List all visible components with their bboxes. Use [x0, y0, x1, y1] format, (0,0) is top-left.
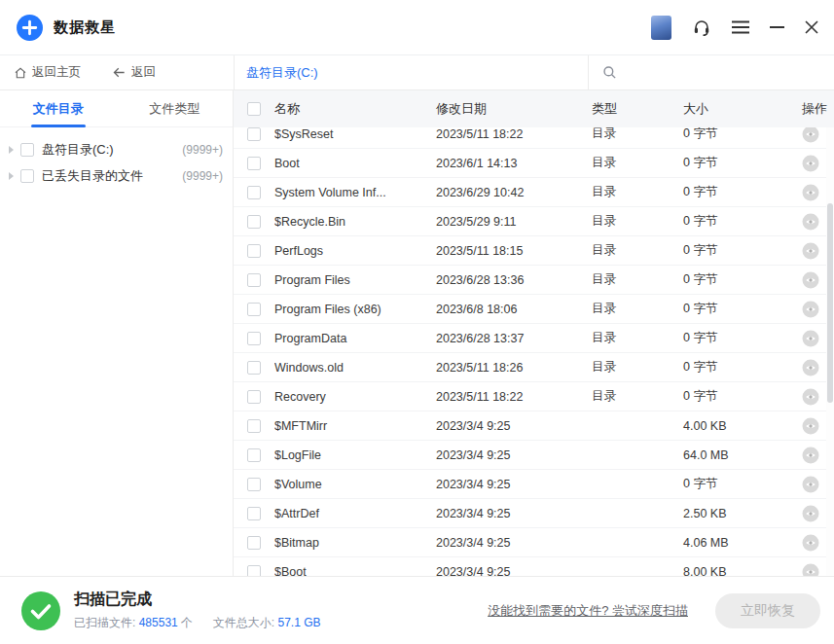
preview-eye-icon[interactable] [802, 534, 819, 552]
row-checkbox[interactable] [247, 536, 261, 550]
table-row[interactable]: Boot 2023/6/1 14:13 目录 0 字节 [234, 149, 834, 178]
table-row[interactable]: $MFTMirr 2023/3/4 9:25 4.00 KB [234, 411, 834, 441]
preview-eye-icon[interactable] [802, 417, 819, 435]
back-button[interactable]: 返回 [112, 64, 156, 81]
table-row[interactable]: ProgramData 2023/6/28 13:37 目录 0 字节 [234, 324, 834, 353]
row-checkbox[interactable] [247, 332, 261, 345]
file-modified-date: 2023/6/29 10:42 [436, 186, 592, 199]
home-button[interactable]: 返回主页 [14, 64, 81, 81]
header-date[interactable]: 修改日期 [436, 100, 592, 118]
header-type[interactable]: 类型 [592, 100, 683, 118]
file-name: Program Files [274, 273, 436, 287]
row-checkbox[interactable] [247, 565, 261, 577]
row-checkbox[interactable] [247, 361, 261, 375]
row-checkbox[interactable] [247, 186, 261, 199]
file-name: $MFTMirr [274, 419, 436, 433]
table-row[interactable]: $Bitmap 2023/3/4 9:25 4.06 MB [234, 528, 834, 557]
header-name[interactable]: 名称 [274, 100, 436, 118]
preview-eye-icon[interactable] [802, 505, 819, 522]
tab-file-type[interactable]: 文件类型 [117, 90, 234, 126]
deep-scan-link[interactable]: 没能找到需要的文件? 尝试深度扫描 [488, 602, 688, 620]
file-name: System Volume Inf... [274, 186, 436, 199]
tree-checkbox[interactable] [20, 143, 34, 157]
table-row[interactable]: $SysReset 2023/5/11 18:22 目录 0 字节 [234, 127, 834, 149]
row-checkbox[interactable] [247, 507, 261, 520]
recover-button[interactable]: 立即恢复 [715, 593, 820, 628]
table-row[interactable]: Recovery 2023/5/11 18:22 目录 0 字节 [234, 382, 834, 411]
select-all-checkbox[interactable] [247, 102, 261, 116]
user-avatar[interactable] [651, 16, 671, 40]
preview-eye-icon[interactable] [802, 213, 819, 231]
file-type: 目录 [592, 184, 683, 200]
tree-item-drive-c[interactable]: 盘符目录(C:) (9999+) [0, 136, 233, 162]
preview-eye-icon[interactable] [802, 271, 819, 289]
table-row[interactable]: PerfLogs 2023/5/11 18:15 目录 0 字节 [234, 236, 834, 266]
preview-eye-icon[interactable] [802, 476, 819, 493]
preview-eye-icon[interactable] [802, 184, 819, 201]
table-row[interactable]: $Recycle.Bin 2023/5/29 9:11 目录 0 字节 [234, 207, 834, 236]
preview-eye-icon[interactable] [802, 155, 819, 172]
scrollbar-thumb[interactable] [827, 203, 833, 403]
row-checkbox[interactable] [247, 448, 261, 462]
search-input[interactable] [625, 66, 820, 80]
close-button[interactable] [805, 20, 818, 34]
file-modified-date: 2023/6/28 13:37 [436, 332, 592, 345]
tree-item-label: 盘符目录(C:) [42, 141, 114, 159]
scanned-suffix: 个 [181, 616, 193, 629]
file-type: 目录 [592, 242, 683, 259]
preview-eye-icon[interactable] [802, 388, 819, 406]
path-breadcrumb[interactable]: 盘符目录(C:) [234, 55, 588, 89]
file-modified-date: 2023/3/4 9:25 [436, 419, 592, 433]
table-row[interactable]: Program Files (x86) 2023/6/8 18:06 目录 0 … [234, 295, 834, 324]
tree-checkbox[interactable] [20, 169, 34, 183]
app-logo-icon [16, 14, 44, 42]
table-row[interactable]: $LogFile 2023/3/4 9:25 64.0 MB [234, 441, 834, 470]
table-row[interactable]: $AttrDef 2023/3/4 9:25 2.50 KB [234, 499, 834, 528]
table-row[interactable]: Windows.old 2023/5/11 18:26 目录 0 字节 [234, 353, 834, 382]
table-body: $SysReset 2023/5/11 18:22 目录 0 字节 Boot 2… [234, 127, 834, 576]
file-size: 0 字节 [683, 388, 796, 405]
preview-eye-icon[interactable] [802, 563, 819, 577]
table-scrollbar[interactable] [826, 127, 834, 576]
row-checkbox[interactable] [247, 390, 261, 404]
tab-file-directory[interactable]: 文件目录 [0, 90, 117, 126]
row-checkbox[interactable] [247, 419, 261, 433]
file-type: 目录 [592, 388, 683, 405]
file-size: 0 字节 [683, 155, 796, 171]
current-path: 盘符目录(C:) [246, 64, 318, 82]
support-headset-icon[interactable] [692, 18, 711, 37]
nav-buttons: 返回主页 返回 [0, 55, 234, 89]
row-checkbox[interactable] [247, 157, 261, 170]
preview-eye-icon[interactable] [802, 330, 819, 347]
app-window: 数据救星 [0, 0, 834, 644]
file-modified-date: 2023/3/4 9:25 [436, 448, 592, 462]
preview-eye-icon[interactable] [802, 127, 819, 143]
search-box[interactable] [588, 55, 834, 89]
row-checkbox[interactable] [247, 478, 261, 491]
preview-eye-icon[interactable] [802, 447, 819, 464]
row-checkbox[interactable] [247, 127, 261, 141]
menu-icon[interactable] [732, 20, 749, 34]
file-type: 目录 [592, 127, 683, 142]
preview-eye-icon[interactable] [802, 359, 819, 376]
preview-eye-icon[interactable] [802, 301, 819, 318]
row-checkbox[interactable] [247, 303, 261, 316]
search-icon [602, 65, 617, 80]
row-checkbox[interactable] [247, 273, 261, 287]
expand-arrow-icon[interactable] [9, 172, 14, 180]
table-row[interactable]: Program Files 2023/6/28 13:36 目录 0 字节 [234, 266, 834, 295]
header-size[interactable]: 大小 [683, 100, 796, 118]
table-row[interactable]: $Boot 2023/3/4 9:25 8.00 KB [234, 557, 834, 576]
file-modified-date: 2023/5/29 9:11 [436, 215, 592, 229]
tree-item-lost-files[interactable]: 已丢失目录的文件 (9999+) [0, 162, 233, 189]
file-modified-date: 2023/3/4 9:25 [436, 507, 592, 520]
back-label: 返回 [131, 64, 156, 81]
preview-eye-icon[interactable] [802, 242, 819, 260]
row-checkbox[interactable] [247, 215, 261, 229]
scan-status-details: 已扫描文件: 485531 个 文件总大小: 57.1 GB [74, 615, 320, 631]
table-row[interactable]: $Volume 2023/3/4 9:25 0 字节 [234, 470, 834, 499]
table-row[interactable]: System Volume Inf... 2023/6/29 10:42 目录 … [234, 178, 834, 207]
minimize-button[interactable] [770, 26, 784, 28]
expand-arrow-icon[interactable] [9, 146, 14, 154]
row-checkbox[interactable] [247, 244, 261, 258]
